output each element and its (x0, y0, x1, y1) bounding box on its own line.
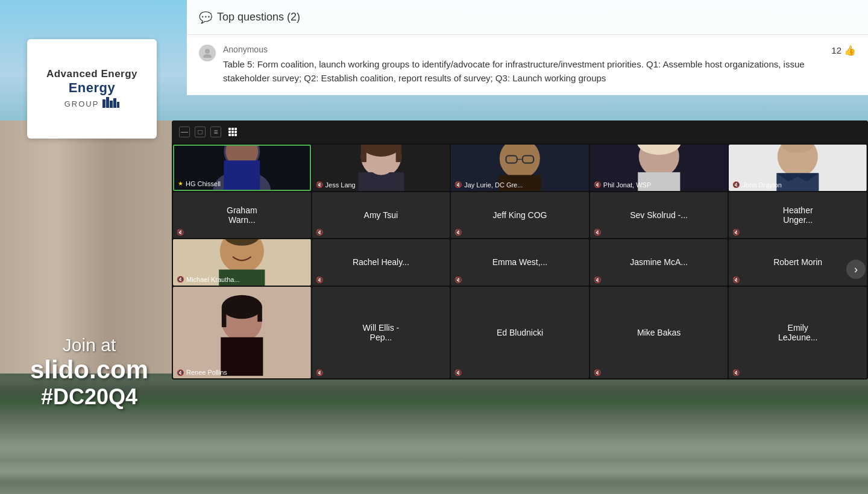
svg-rect-1 (106, 97, 109, 108)
mute-icon-jasmine: 🔇 (594, 277, 601, 283)
participant-cell-renee: 🔇 Renee Pollins (173, 287, 311, 378)
question-like[interactable]: 12 👍 (831, 45, 856, 56)
mute-icon-jeff: 🔇 (454, 229, 462, 236)
graham-name-row: 🔇 (173, 227, 311, 238)
thumbs-up-icon: 👍 (844, 45, 856, 56)
svg-rect-20 (395, 145, 401, 162)
sev-label: Sev Skolrud -... (625, 210, 693, 220)
question-card: Anonymous Table 5: Form coalition, launc… (187, 35, 868, 95)
emily-label: Emily LeJeune... (764, 323, 832, 342)
question-author: Anonymous (223, 45, 824, 54)
hg-chissell-label: HG Chissell (186, 180, 221, 187)
hg-chissell-name-row: ★ HG Chissell (174, 178, 310, 190)
list-view-btn[interactable]: ≡ (210, 127, 221, 137)
participant-cell-jay-lurie: DC 🔇 Jay Lurie, DC Gre... (451, 145, 589, 191)
will-label: Will Ellis - Pep... (347, 323, 415, 342)
emily-name-row: 🔇 (729, 367, 867, 378)
participant-cell-sev: Sev Skolrud -... 🔇 (590, 192, 728, 239)
star-icon: ★ (178, 180, 183, 187)
svg-point-44 (222, 295, 262, 319)
logo-card: Advanced Energy Energy GROUP (27, 39, 157, 139)
participant-cell-michael: 🔇 Michael Krautha... (173, 239, 311, 286)
participant-cell-emma: Emma West,... 🔇 (451, 239, 589, 286)
michael-name-row: 🔇 Michael Krautha... (173, 274, 311, 286)
svg-rect-2 (110, 101, 113, 108)
robert-label: Robert Morin (769, 257, 827, 267)
participant-cell-jeff: Jeff King COG 🔇 (451, 192, 589, 239)
participant-cell-ed: Ed Bludnicki 🔇 (451, 287, 589, 378)
next-page-arrow[interactable]: › (846, 260, 866, 279)
single-view-btn[interactable]: □ (195, 127, 206, 137)
heather-name-row: 🔇 (729, 227, 867, 238)
michael-label: Michael Krautha... (186, 276, 240, 283)
john-drayton-name-row: 🔇 John Drayton (729, 179, 867, 191)
mute-icon-robert: 🔇 (732, 277, 740, 283)
ed-name-row: 🔇 (451, 367, 589, 378)
mute-icon-ed: 🔇 (454, 369, 462, 376)
mute-icon-graham: 🔇 (177, 229, 184, 236)
svg-point-6 (203, 54, 212, 58)
amy-name-row: 🔇 (312, 227, 450, 238)
list-view-icon: ≡ (213, 128, 218, 136)
mute-icon-rachel: 🔇 (316, 277, 323, 283)
rachel-name-row: 🔇 (312, 274, 450, 286)
person-icon (203, 48, 212, 58)
logo-line1: Advanced Energy (46, 68, 137, 80)
emma-label: Emma West,... (488, 257, 553, 267)
participant-cell-jess-lang: 🔇 Jess Lang (312, 145, 450, 191)
participant-cell-john-drayton: 🔇 John Drayton (729, 145, 867, 191)
question-text: Table 5: Form coalition, launch working … (223, 58, 824, 85)
svg-rect-0 (102, 99, 105, 108)
jay-lurie-name-row: 🔇 Jay Lurie, DC Gre... (451, 179, 589, 191)
slido-url: slido.com (30, 355, 148, 384)
mute-icon-john: 🔇 (732, 181, 740, 188)
emma-name-row: 🔇 (451, 274, 589, 286)
jeff-label: Jeff King COG (488, 210, 552, 220)
participant-cell-heather: Heather Unger... 🔇 (729, 192, 867, 239)
grid-view-btn[interactable] (226, 125, 239, 139)
renee-label: Renee Pollins (186, 369, 227, 376)
mute-icon-phil: 🔇 (594, 181, 601, 188)
participant-cell-amy: Amy Tsui 🔇 (312, 192, 450, 239)
mute-icon-renee: 🔇 (177, 369, 184, 376)
single-view-icon: □ (198, 128, 202, 136)
participant-cell-robert: Robert Morin 🔇 (729, 239, 867, 286)
minimize-btn[interactable]: — (179, 127, 190, 137)
jeff-name-row: 🔇 (451, 227, 589, 238)
logo-energy: Energy (46, 80, 137, 96)
renee-video (173, 287, 311, 378)
svg-point-5 (205, 49, 210, 54)
jasmine-name-row: 🔇 (590, 274, 728, 286)
mute-icon-jess: 🔇 (316, 181, 323, 188)
mute-icon-sev: 🔇 (594, 229, 601, 236)
participant-cell-rachel: Rachel Healy... 🔇 (312, 239, 450, 286)
svg-rect-45 (222, 307, 227, 327)
amy-label: Amy Tsui (359, 210, 403, 220)
participant-cell-emily: Emily LeJeune... 🔇 (729, 287, 867, 378)
participant-cell-graham: Graham Warn... 🔇 (173, 192, 311, 239)
video-toolbar: — □ ≡ (172, 120, 868, 143)
jess-lang-label: Jess Lang (326, 181, 356, 189)
like-count: 12 (831, 45, 841, 55)
sev-name-row: 🔇 (590, 227, 728, 238)
slido-hashtag: #DC20Q4 (30, 384, 148, 410)
video-grid-container: — □ ≡ ⬛ DC CONSTRUCTION (172, 120, 868, 380)
mute-icon-mike: 🔇 (594, 369, 601, 376)
mute-icon-emma: 🔇 (454, 277, 462, 283)
questions-icon: 💬 (199, 11, 212, 24)
grid-view-icon (228, 128, 237, 136)
svg-rect-46 (257, 307, 262, 321)
will-name-row: 🔇 (312, 367, 450, 378)
mute-icon-jay: 🔇 (454, 181, 462, 188)
participant-cell-will: Will Ellis - Pep... 🔇 (312, 287, 450, 378)
rachel-label: Rachel Healy... (348, 257, 414, 267)
graham-label: Graham Warn... (207, 205, 276, 225)
chevron-right-icon: › (854, 263, 858, 276)
jay-lurie-label: Jay Lurie, DC Gre... (464, 181, 523, 189)
top-questions-title: Top questions (2) (217, 11, 300, 23)
mike-name-row: 🔇 (590, 367, 728, 378)
jess-lang-name-row: 🔇 Jess Lang (312, 179, 450, 191)
john-drayton-label: John Drayton (742, 181, 781, 189)
question-content: Anonymous Table 5: Form coalition, launc… (223, 45, 824, 85)
mute-icon-emily: 🔇 (732, 369, 740, 376)
